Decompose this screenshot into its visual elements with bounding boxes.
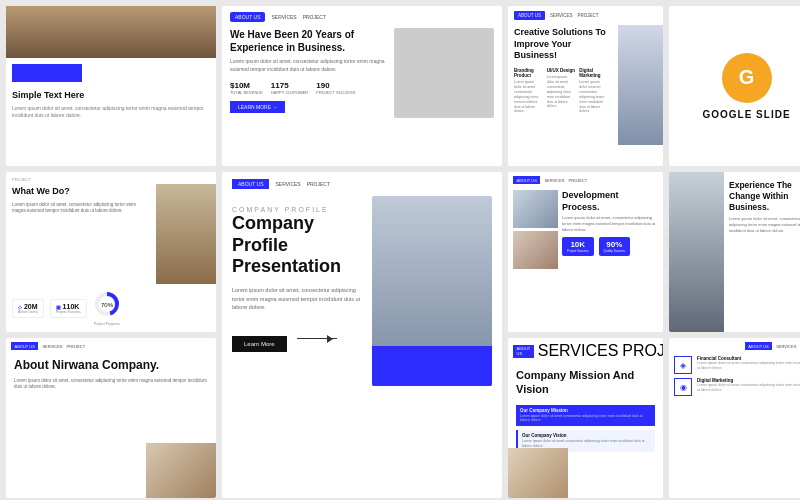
card7-img-1 [513, 190, 558, 228]
financial-icon-1: ◈ [674, 356, 692, 374]
financial-icon-2: ◉ [674, 378, 692, 396]
card-google-slide: G GOOGLE SLIDE [669, 6, 800, 166]
financial-navbar: ABOUT US SERVICES PROJECT [669, 338, 800, 354]
stat-project-label: PROJECT SUCCESS [316, 90, 355, 95]
svg-text:70%: 70% [101, 302, 114, 308]
card-experience-change: Experience The Change Within Business. L… [669, 172, 800, 332]
card7-nav-services[interactable]: SERVICES [544, 178, 564, 183]
card8-text: Experience The Change Within Business. L… [729, 172, 800, 240]
card7-text: Development Process. Lorem ipsum dolor s… [562, 190, 658, 269]
card5-layout: What We Do? Lorem ipsum dolor sit amet, … [6, 184, 216, 284]
card6-btn-row: Learn More [232, 324, 362, 352]
card2-nav-project[interactable]: PROJECT [303, 14, 326, 20]
financial-nav-active[interactable]: ABOUT US [745, 342, 772, 350]
card2-body: Lorem ipsum dolor sit amet, consectetur … [230, 58, 388, 73]
card1-blue-bar [12, 64, 82, 82]
financial-service-2: ◉ Digital Marketing Lorem ipsum dolor si… [674, 378, 800, 396]
card5-stat-2-label: Project Success [56, 310, 81, 314]
mission-title: Company Mission And Vision [508, 364, 663, 401]
mission-banner-text: Lorem ipsum dolor sit amet consectetur a… [520, 414, 651, 424]
card5-stat-1: ◇ 20M Active Users [12, 299, 44, 318]
card3-text-area: Creative Solutions To Improve Your Busin… [508, 25, 614, 145]
card9-title: About Nirwana Company. [6, 354, 216, 378]
financial-svc-1-desc: Lorem ipsum dolor sit amet consectetur a… [697, 361, 800, 371]
card7-stat-1-val: 10K [567, 240, 589, 249]
card-mission-vision: ABOUT US SERVICES PROJECT Company Missio… [508, 338, 663, 498]
card5-stats: ◇ 20M Active Users ▦ 110K Project Succes… [6, 284, 216, 332]
card2-nav-services[interactable]: SERVICES [271, 14, 296, 20]
card2-nav-active[interactable]: ABOUT US [230, 12, 265, 22]
card5-body: Lorem ipsum dolor sit amet, consectetur … [6, 200, 156, 218]
card7-nav-project[interactable]: PROJECT [569, 178, 588, 183]
card2-stat-customer: 1175 HAPPY CUSTOMER [271, 81, 308, 95]
card6-image [372, 196, 492, 386]
card3-nav-project[interactable]: PROJECT [578, 13, 599, 18]
card6-main-title: Company Profile Presentation [232, 213, 362, 278]
card8-title: Experience The Change Within Business. [729, 180, 800, 213]
card5-progress: 70% Project Progress [93, 290, 121, 326]
card7-nav-active[interactable]: ABOUT US [513, 176, 540, 184]
svc3-title: Digital Marketing [579, 68, 608, 78]
card7-title: Development Process. [562, 190, 658, 213]
card-about-nirwana: ABOUT US SERVICES PROJECT About Nirwana … [6, 338, 216, 498]
card7-stat-2: 90% Quality Success [599, 237, 631, 256]
card6-nav-project[interactable]: PROJECT [307, 181, 330, 187]
card7-img-2 [513, 231, 558, 269]
stat-revenue-label: TOTAL REVENUE [230, 90, 263, 95]
card7-stats: 10K Project Success 90% Quality Success [562, 237, 658, 256]
card6-left: COMPANY PROFILE Company Profile Presenta… [232, 196, 362, 386]
card6-nav-services[interactable]: SERVICES [275, 181, 300, 187]
card3-nav-services[interactable]: SERVICES [550, 13, 573, 18]
card5-stat-2-value: ▦ 110K [56, 303, 81, 310]
card7-stat-1: 10K Project Success [562, 237, 594, 256]
card2-cta-btn[interactable]: LEARN MORE → [230, 101, 285, 113]
card5-stat-1-value: ◇ 20M [18, 303, 38, 310]
card7-desc: Lorem ipsum dolor sit amet, consectetur … [562, 215, 658, 232]
card-company-profile: ABOUT US SERVICES PROJECT COMPANY PROFIL… [222, 172, 502, 498]
financial-service-1: ◈ Financial Consultant Lorem ipsum dolor… [674, 356, 800, 374]
card8-image [669, 172, 724, 332]
card8-desc: Lorem ipsum dolor sit amet, consectetur … [729, 216, 800, 234]
mission-nav-services[interactable]: SERVICES [538, 342, 619, 360]
mission-image [508, 448, 568, 498]
card6-nav-active[interactable]: ABOUT US [232, 179, 269, 189]
progress-circle-svg: 70% [93, 290, 121, 318]
card9-nav-active[interactable]: ABOUT US [11, 342, 38, 350]
card6-content: COMPANY PROFILE Company Profile Presenta… [222, 196, 502, 386]
card1-title: Simple Text Here [12, 90, 210, 102]
card3-service-3: Digital Marketing Lorem ipsum dolor sit … [579, 68, 608, 114]
card9-bottom-image [146, 443, 216, 498]
card6-learn-btn[interactable]: Learn More [232, 336, 287, 352]
financial-icon-symbol-2: ◉ [680, 383, 687, 392]
mission-nav-active[interactable]: ABOUT US [513, 345, 534, 358]
svc3-text: Lorem ipsum dolor sit amet consectetur a… [579, 80, 608, 114]
card9-nav-project[interactable]: PROJECT [67, 344, 86, 349]
financial-nav-services[interactable]: SERVICES [776, 344, 796, 349]
card1-image [6, 6, 216, 58]
financial-svc-1-text: Financial Consultant Lorem ipsum dolor s… [697, 356, 800, 371]
card7-content: Development Process. Lorem ipsum dolor s… [508, 188, 663, 271]
card-experience: ABOUT US SERVICES PROJECT We Have Been 2… [222, 6, 502, 166]
card7-stat-1-lbl: Project Success [567, 249, 589, 253]
financial-svc-2-desc: Lorem ipsum dolor sit amet consectetur a… [697, 383, 800, 393]
mission-banner-title: Our Company Mission [520, 408, 651, 413]
card7-images [513, 190, 558, 269]
card5-img-placeholder [156, 184, 216, 284]
card3-nav-active[interactable]: ABOUT US [514, 11, 545, 20]
card3-img-placeholder [618, 25, 663, 145]
card6-desc: Lorem ipsum dolor sit amet, consectetur … [232, 286, 362, 312]
svc2-title: UI/UX Design [547, 68, 576, 73]
google-slide-label: GOOGLE SLIDE [702, 109, 790, 120]
google-badge: G [722, 53, 772, 103]
card5-title: What We Do? [6, 184, 156, 200]
card9-nav-services[interactable]: SERVICES [42, 344, 62, 349]
progress-label: Project Progress [93, 322, 121, 326]
card3-service-2: UI/UX Design Lorem ipsum dolor sit amet … [547, 68, 576, 114]
financial-svc-2-text: Digital Marketing Lorem ipsum dolor sit … [697, 378, 800, 393]
card7-stat-2-val: 90% [604, 240, 626, 249]
financial-content: ◈ Financial Consultant Lorem ipsum dolor… [669, 354, 800, 398]
card-marketing: Simple Text Here Lorem ipsum dolor sit a… [6, 6, 216, 166]
card3-image [618, 25, 663, 145]
mission-nav-project[interactable]: PROJECT [622, 342, 663, 360]
card-development: ABOUT US SERVICES PROJECT Development Pr… [508, 172, 663, 332]
